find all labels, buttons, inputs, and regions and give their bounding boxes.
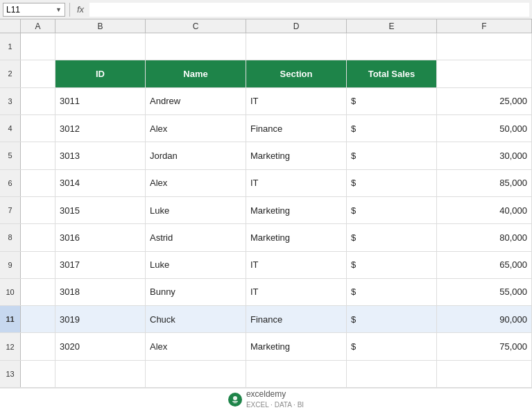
cell-a3[interactable] <box>21 88 55 114</box>
cell-c11[interactable]: Chuck <box>146 306 246 332</box>
cell-b12[interactable]: 3020 <box>55 333 146 359</box>
row-header-5: 5 <box>0 142 21 169</box>
cell-reference: L11 <box>6 5 20 15</box>
cell-b1[interactable] <box>55 33 146 60</box>
cell-c12[interactable]: Alex <box>146 333 246 359</box>
cell-f10[interactable]: 55,000 <box>437 279 532 305</box>
row-13: 13 <box>0 361 532 388</box>
cell-f11[interactable]: 90,000 <box>437 306 532 332</box>
cell-f4[interactable]: 50,000 <box>437 115 532 142</box>
cell-e5-dollar[interactable]: $ <box>347 142 437 169</box>
cell-c9[interactable]: Luke <box>146 252 246 278</box>
col-header-f[interactable]: F <box>437 19 532 33</box>
col-header-a[interactable]: A <box>21 19 55 33</box>
cell-f9[interactable]: 65,000 <box>437 252 532 278</box>
cell-a12[interactable] <box>21 333 55 359</box>
cell-d5[interactable]: Marketing <box>246 142 347 169</box>
cell-a11[interactable] <box>21 306 55 332</box>
watermark-text-col: exceldemy EXCEL · DATA · BI <box>246 389 304 409</box>
cell-b7[interactable]: 3015 <box>55 197 146 223</box>
svg-rect-2 <box>233 402 237 403</box>
cell-a6[interactable] <box>21 170 55 196</box>
cell-d12[interactable]: Marketing <box>246 333 347 359</box>
cell-b8[interactable]: 3016 <box>55 224 146 250</box>
row-7: 7 3015 Luke Marketing $ 40,000 <box>0 197 532 224</box>
cell-a1[interactable] <box>21 33 55 60</box>
col-header-d[interactable]: D <box>246 19 347 33</box>
cell-b9[interactable]: 3017 <box>55 252 146 278</box>
cell-b11[interactable]: 3019 <box>55 306 146 332</box>
cell-d9[interactable]: IT <box>246 252 347 278</box>
cell-c3[interactable]: Andrew <box>146 88 246 114</box>
cell-b3[interactable]: 3011 <box>55 88 146 114</box>
cell-b10[interactable]: 3018 <box>55 279 146 305</box>
cell-e1[interactable] <box>347 33 437 60</box>
col-header-e[interactable]: E <box>347 19 437 33</box>
cell-b6[interactable]: 3014 <box>55 170 146 196</box>
cell-d7[interactable]: Marketing <box>246 197 347 223</box>
watermark-sub: EXCEL · DATA · BI <box>246 400 304 409</box>
row-header-7: 7 <box>0 197 21 223</box>
cell-c10[interactable]: Bunny <box>146 279 246 305</box>
row-1: 1 <box>0 33 532 60</box>
cell-f3[interactable]: 25,000 <box>437 88 532 114</box>
cell-d1[interactable] <box>246 33 347 60</box>
cell-b13[interactable] <box>55 361 146 387</box>
cell-e13[interactable] <box>347 361 437 387</box>
col-header-c[interactable]: C <box>146 19 246 33</box>
cell-b2-header[interactable]: ID <box>55 60 146 87</box>
cell-c1[interactable] <box>146 33 246 60</box>
cell-e2-header[interactable]: Total Sales <box>347 60 437 87</box>
cell-d6[interactable]: IT <box>246 170 347 196</box>
cell-d2-header[interactable]: Section <box>246 60 347 87</box>
cell-a10[interactable] <box>21 279 55 305</box>
name-box-dropdown-icon[interactable]: ▼ <box>55 6 62 13</box>
cell-f1[interactable] <box>437 33 532 60</box>
cell-e12-dollar[interactable]: $ <box>347 333 437 359</box>
cell-a4[interactable] <box>21 115 55 142</box>
cell-a2[interactable] <box>21 60 55 87</box>
cell-f13[interactable] <box>437 361 532 387</box>
cell-a7[interactable] <box>21 197 55 223</box>
cell-f12[interactable]: 75,000 <box>437 333 532 359</box>
cell-a8[interactable] <box>21 224 55 250</box>
cell-e4-dollar[interactable]: $ <box>347 115 437 142</box>
cell-f2[interactable] <box>437 60 532 87</box>
cell-d10[interactable]: IT <box>246 279 347 305</box>
cell-c4[interactable]: Alex <box>146 115 246 142</box>
row-header-2: 2 <box>0 60 21 87</box>
row-9: 9 3017 Luke IT $ 65,000 <box>0 252 532 279</box>
cell-d4[interactable]: Finance <box>246 115 347 142</box>
formula-input[interactable] <box>89 3 529 17</box>
cell-d11[interactable]: Finance <box>246 306 347 332</box>
cell-e3-dollar[interactable]: $ <box>347 88 437 114</box>
cell-b5[interactable]: 3013 <box>55 142 146 169</box>
row-header-9: 9 <box>0 252 21 278</box>
cell-e6-dollar[interactable]: $ <box>347 170 437 196</box>
cell-c5[interactable]: Jordan <box>146 142 246 169</box>
cell-f8[interactable]: 80,000 <box>437 224 532 250</box>
cell-d13[interactable] <box>246 361 347 387</box>
name-box[interactable]: L11 ▼ <box>3 3 65 17</box>
cell-c6[interactable]: Alex <box>146 170 246 196</box>
cell-f5[interactable]: 30,000 <box>437 142 532 169</box>
cell-c7[interactable]: Luke <box>146 197 246 223</box>
cell-c13[interactable] <box>146 361 246 387</box>
cell-f7[interactable]: 40,000 <box>437 197 532 223</box>
cell-a13[interactable] <box>21 361 55 387</box>
cell-a5[interactable] <box>21 142 55 169</box>
cell-e9-dollar[interactable]: $ <box>347 252 437 278</box>
formula-bar-separator <box>69 3 70 17</box>
cell-e7-dollar[interactable]: $ <box>347 197 437 223</box>
cell-d3[interactable]: IT <box>246 88 347 114</box>
cell-a9[interactable] <box>21 252 55 278</box>
cell-c2-header[interactable]: Name <box>146 60 246 87</box>
cell-d8[interactable]: Marketing <box>246 224 347 250</box>
cell-e10-dollar[interactable]: $ <box>347 279 437 305</box>
cell-e11-dollar[interactable]: $ <box>347 306 437 332</box>
cell-b4[interactable]: 3012 <box>55 115 146 142</box>
cell-e8-dollar[interactable]: $ <box>347 224 437 250</box>
cell-f6[interactable]: 85,000 <box>437 170 532 196</box>
cell-c8[interactable]: Astrid <box>146 224 246 250</box>
col-header-b[interactable]: B <box>55 19 146 33</box>
